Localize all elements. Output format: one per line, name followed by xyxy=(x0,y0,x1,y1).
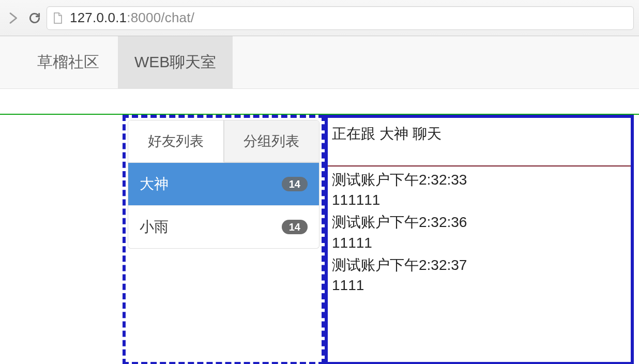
chat-message: 测试账户下午2:32:36 11111 xyxy=(332,212,627,252)
url-port-path: :8000/chat/ xyxy=(127,10,194,25)
unread-badge: 14 xyxy=(282,177,308,191)
chat-pane: 正在跟 大神 聊天 测试账户下午2:32:33 111111 测试账户下午2:3… xyxy=(325,115,634,364)
sidebar: 好友列表 分组列表 大神 14 小雨 14 xyxy=(123,115,325,364)
message-meta: 测试账户下午2:32:33 xyxy=(332,170,627,190)
top-navbar: 草榴社区 WEB聊天室 xyxy=(0,36,639,89)
content-wrap: 好友列表 分组列表 大神 14 小雨 14 正在跟 大神 聊天 xyxy=(0,114,639,115)
message-body: 11111 xyxy=(332,233,627,253)
friend-list: 大神 14 小雨 14 xyxy=(128,163,320,249)
tab-groups[interactable]: 分组列表 xyxy=(224,120,320,162)
page-icon xyxy=(53,12,63,24)
message-meta: 测试账户下午2:32:36 xyxy=(332,212,627,232)
chat-message: 测试账户下午2:32:33 111111 xyxy=(332,170,627,210)
forward-icon[interactable] xyxy=(5,9,23,27)
tab-friends[interactable]: 好友列表 xyxy=(128,120,224,162)
url-host: 127.0.0.1 xyxy=(70,10,127,25)
message-meta: 测试账户下午2:32:37 xyxy=(332,255,627,275)
address-bar[interactable]: 127.0.0.1:8000/chat/ xyxy=(47,6,634,30)
unread-badge: 14 xyxy=(282,220,308,234)
chat-message: 测试账户下午2:32:37 1111 xyxy=(332,255,627,295)
reload-icon[interactable] xyxy=(26,9,43,27)
sidebar-tabs: 好友列表 分组列表 xyxy=(128,120,320,163)
friend-name: 大神 xyxy=(140,174,169,194)
url-text: 127.0.0.1:8000/chat/ xyxy=(70,10,194,26)
brand-link[interactable]: 草榴社区 xyxy=(21,36,118,88)
page: 草榴社区 WEB聊天室 好友列表 分组列表 大神 14 小雨 14 xyxy=(0,36,639,115)
nav-active-item[interactable]: WEB聊天室 xyxy=(118,36,233,88)
friend-item[interactable]: 大神 14 xyxy=(128,163,319,206)
message-body: 111111 xyxy=(332,190,627,210)
message-body: 1111 xyxy=(332,275,627,295)
chat-messages: 测试账户下午2:32:33 111111 测试账户下午2:32:36 11111… xyxy=(328,166,631,300)
browser-toolbar: 127.0.0.1:8000/chat/ xyxy=(0,0,639,36)
friend-name: 小雨 xyxy=(140,217,169,237)
main-layout: 好友列表 分组列表 大神 14 小雨 14 正在跟 大神 聊天 xyxy=(123,115,634,364)
friend-item[interactable]: 小雨 14 xyxy=(128,206,319,248)
chat-header: 正在跟 大神 聊天 xyxy=(328,118,631,166)
